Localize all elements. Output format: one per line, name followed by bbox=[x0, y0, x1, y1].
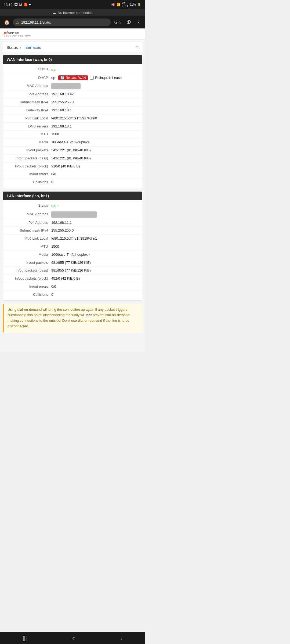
wan-card-body: Status up ↑ DHCP up 🔄 Release WAN bbox=[3, 64, 142, 188]
home-button[interactable]: 🏠 bbox=[3, 18, 11, 26]
lan-errors-value: 0/0 bbox=[51, 284, 139, 290]
reddit-icon: R bbox=[24, 3, 27, 6]
lan-mtu-row: MTU 1500 bbox=[3, 243, 142, 251]
wan-packets-block-value: 310/0 (40 KiB/0 B) bbox=[51, 164, 139, 169]
wan-mac-value: 00:15:5d:f6:00:07 bbox=[51, 83, 139, 89]
signal-icon: VoLTE1 bbox=[122, 2, 128, 8]
wifi-icon: 📶 bbox=[117, 3, 121, 6]
wan-mtu-value: 1500 bbox=[51, 131, 139, 137]
lan-collisions-row: Collisions 0 bbox=[3, 291, 142, 299]
time: 13:19 bbox=[4, 3, 13, 7]
breadcrumb: Status / Interfaces bbox=[6, 45, 41, 50]
battery-percent: 51% bbox=[129, 3, 136, 6]
lan-packets-pass-row: In/out packets (pass) 981/955 (77 KiB/12… bbox=[3, 267, 142, 275]
wan-collisions-row: Collisions 0 bbox=[3, 178, 142, 186]
wan-media-label: Media bbox=[6, 140, 51, 145]
lan-ipv4-row: IPv4 Address 192.168.11.1 bbox=[3, 219, 142, 227]
wan-collisions-value: 0 bbox=[51, 180, 139, 185]
mail-icon: M bbox=[19, 3, 22, 7]
gallery-icon: 🖼 bbox=[14, 3, 18, 7]
filter-icon[interactable]: ≡ bbox=[136, 45, 139, 50]
wan-errors-value: 0/0 bbox=[51, 171, 139, 177]
wan-mac-label: MAC Address bbox=[6, 83, 51, 89]
lan-ipv6-value: fe80::215:5dff:fe1f:3918%hn1 bbox=[51, 236, 139, 241]
release-wan-label: Release WAN bbox=[66, 76, 86, 80]
wan-packets-block-row: In/out packets (block) 310/0 (40 KiB/0 B… bbox=[3, 163, 142, 171]
wan-packets-pass-value: 542/1221 (81 KiB/40 KiB) bbox=[51, 156, 139, 161]
lan-media-label: Media bbox=[6, 252, 51, 258]
lan-mac-value: 00:15:5d:00:00:00 bbox=[51, 211, 139, 218]
address-bar[interactable]: ⚠ 192.168.11.1/statu: bbox=[13, 19, 111, 26]
lan-ipv6-label: IPv6 Link Local bbox=[6, 236, 51, 241]
wan-card-header: WAN Interface (wan, hn0) bbox=[3, 55, 142, 64]
pfsense-logo: pfsense COMMUNITY EDITION bbox=[4, 31, 141, 37]
wan-dns-value: 192.168.18.1 bbox=[51, 124, 139, 129]
lan-packets-block-value: 452/0 (42 KiB/0 B) bbox=[51, 276, 139, 281]
lan-subnet-label: Subnet mask IPv4 bbox=[6, 228, 51, 233]
wan-mac-text: 00:15:5d:f6:00:07 bbox=[51, 83, 81, 89]
lan-errors-label: In/out errors bbox=[6, 284, 51, 290]
lan-status-row: Status up ↑ bbox=[3, 202, 142, 210]
wan-errors-row: In/out errors 0/0 bbox=[3, 170, 142, 178]
wan-subnet-row: Subnet mask IPv4 255.255.255.0 bbox=[3, 98, 142, 107]
lan-card-header: LAN Interface (lan, hn1) bbox=[3, 192, 142, 200]
lan-mtu-value: 1500 bbox=[51, 244, 139, 250]
wan-dns-row: DNS servers 192.168.18.1 bbox=[3, 123, 142, 131]
breadcrumb-parent: Status bbox=[6, 45, 18, 50]
relinquish-checkbox[interactable] bbox=[90, 76, 94, 80]
lan-packets-label: In/out packets bbox=[6, 260, 51, 266]
wan-title: WAN Interface (wan, hn0) bbox=[7, 57, 52, 62]
lan-mac-text: 00:15:5d:00:00:00 bbox=[51, 211, 97, 218]
mute-icon: 🔇 bbox=[111, 3, 115, 6]
lan-media-value: 10Gbase-T <full-duplex> bbox=[51, 252, 139, 258]
wan-dhcp-label: DHCP bbox=[6, 75, 51, 81]
lan-mac-row: MAC Address 00:15:5d:00:00:00 bbox=[3, 210, 142, 219]
wan-subnet-value: 255.255.255.0 bbox=[51, 100, 139, 105]
wan-packets-block-label: In/out packets (block) bbox=[6, 164, 51, 169]
lan-ipv4-value: 192.168.11.1 bbox=[51, 220, 139, 226]
status-bar: 13:19 🖼 M R 🔇 📶 VoLTE1 51% 🔋 bbox=[0, 0, 145, 9]
up-arrow-icon: ↑ bbox=[57, 67, 59, 72]
wan-gateway-value: 192.168.18.1 bbox=[51, 108, 139, 113]
wan-packets-pass-row: In/out packets (pass) 542/1221 (81 KiB/4… bbox=[3, 155, 142, 163]
wan-ipv6-value: fe80::215:5dff:fe1f:3917%hn0 bbox=[51, 116, 139, 121]
wan-media-row: Media 10Gbase-T <full-duplex> bbox=[3, 138, 142, 147]
relinquish-text: Relinquish Lease bbox=[95, 75, 122, 81]
wan-packets-pass-label: In/out packets (pass) bbox=[6, 156, 51, 161]
wan-interface-card: WAN Interface (wan, hn0) Status up ↑ DHC… bbox=[3, 55, 142, 188]
warning-icon: ⚠ bbox=[16, 20, 20, 24]
no-internet-text: No internet connection bbox=[58, 11, 93, 15]
wan-gateway-label: Gateway IPv4 bbox=[6, 108, 51, 113]
lan-packets-pass-value: 981/955 (77 KiB/126 KiB) bbox=[51, 268, 139, 273]
translate-button[interactable]: G☆ bbox=[113, 19, 123, 26]
lan-ipv4-label: IPv4 Address bbox=[6, 220, 51, 226]
wan-status-label: Status bbox=[6, 67, 51, 72]
wan-gateway-row: Gateway IPv4 192.168.18.1 bbox=[3, 107, 142, 115]
lan-collisions-label: Collisions bbox=[6, 292, 51, 298]
wan-mac-row: MAC Address 00:15:5d:f6:00:07 bbox=[3, 82, 142, 91]
wan-packets-label: In/out packets bbox=[6, 148, 51, 153]
warning-bold: not bbox=[86, 313, 92, 317]
lan-packets-block-row: In/out packets (block) 452/0 (42 KiB/0 B… bbox=[3, 275, 142, 283]
menu-button[interactable]: ⋮ bbox=[135, 19, 142, 26]
lan-packets-value: 981/955 (77 KiB/126 KiB) bbox=[51, 260, 139, 266]
dhcp-status-text: up bbox=[51, 75, 55, 81]
relinquish-lease-label[interactable]: Relinquish Lease bbox=[90, 75, 122, 81]
wan-dhcp-row: DHCP up 🔄 Release WAN Relinquish Lease bbox=[3, 74, 142, 82]
cloud-off-icon: ☁ bbox=[52, 10, 56, 15]
tab-button[interactable]: :D bbox=[125, 19, 133, 26]
breadcrumb-bar: Status / Interfaces ≡ bbox=[3, 42, 142, 52]
wan-collisions-label: Collisions bbox=[6, 180, 51, 185]
lan-errors-row: In/out errors 0/0 bbox=[3, 283, 142, 291]
lan-up-arrow-icon: ↑ bbox=[57, 203, 59, 209]
pfsense-header: pfsense COMMUNITY EDITION bbox=[0, 28, 145, 39]
wan-ipv4-value: 192.168.18.42 bbox=[51, 92, 139, 97]
wan-media-value: 10Gbase-T <full-duplex> bbox=[51, 140, 139, 145]
lan-ipv6-row: IPv6 Link Local fe80::215:5dff:fe1f:3918… bbox=[3, 235, 142, 243]
edition-text: COMMUNITY EDITION bbox=[4, 35, 141, 37]
url-text: 192.168.11.1/statu: bbox=[21, 20, 51, 24]
wan-status-row: Status up ↑ bbox=[3, 65, 142, 74]
lan-card-body: Status up ↑ MAC Address 00:15:5d:00:00:0… bbox=[3, 200, 142, 300]
release-wan-button[interactable]: 🔄 Release WAN bbox=[58, 75, 88, 80]
lan-status-value: up ↑ bbox=[51, 203, 139, 209]
